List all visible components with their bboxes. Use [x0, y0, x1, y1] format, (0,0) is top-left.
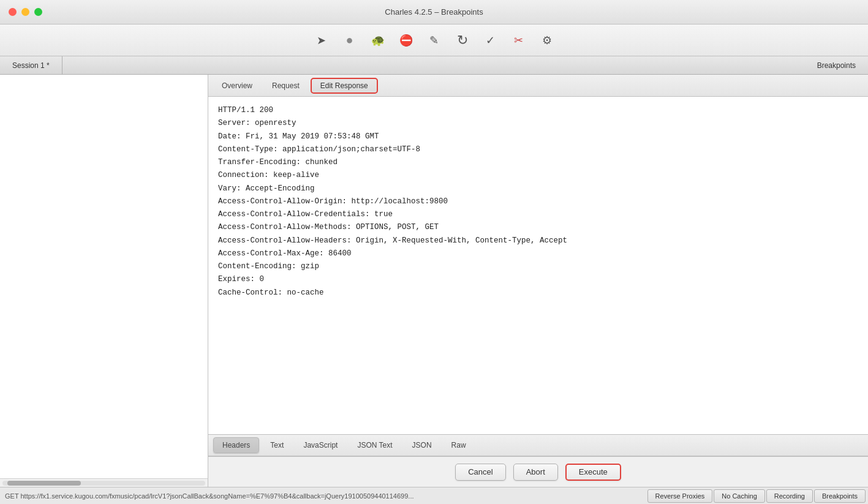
turtle-icon: 🐢: [371, 34, 385, 47]
close-button[interactable]: [9, 8, 17, 16]
header-line-3: Date: Fri, 31 May 2019 07:53:48 GMT: [218, 130, 858, 143]
tab-overview[interactable]: Overview: [213, 78, 261, 94]
bottom-tab-json-text[interactable]: JSON Text: [349, 437, 401, 453]
sidebar-content: [0, 75, 208, 478]
breakpoints-button[interactable]: Breakpoints: [814, 489, 866, 503]
bottom-tab-bar: Headers Text JavaScript JSON Text JSON R…: [208, 434, 868, 456]
app-title: Charles 4.2.5 – Breakpoints: [385, 7, 483, 17]
scrollbar-thumb: [7, 481, 81, 486]
header-line-2: Server: openresty: [218, 117, 858, 130]
status-bar: GET https://fx1.service.kugou.com/fxmusi…: [0, 487, 868, 504]
header-line-6: Connection: keep-alive: [218, 169, 858, 182]
top-tab-bar: Overview Request Edit Response: [208, 75, 868, 97]
bottom-tab-raw[interactable]: Raw: [443, 437, 475, 453]
arrow-icon: ➤: [317, 34, 326, 47]
breakpoint-tool-button[interactable]: ⛔: [393, 29, 419, 51]
tab-request[interactable]: Request: [263, 78, 308, 94]
scrollbar-track: [2, 481, 205, 486]
cancel-button[interactable]: Cancel: [455, 464, 505, 481]
arrow-tool-button[interactable]: ➤: [309, 29, 334, 51]
status-url: GET https://fx1.service.kugou.com/fxmusi…: [0, 492, 647, 500]
session-label: Session 1 *: [12, 61, 50, 70]
action-bar: Cancel Abort Execute: [208, 456, 868, 487]
header-line-15: Cache-Control: no-cache: [218, 287, 858, 299]
check-icon: ✓: [486, 34, 495, 47]
bottom-tab-javascript[interactable]: JavaScript: [295, 437, 346, 453]
bottom-tab-headers[interactable]: Headers: [213, 437, 259, 453]
bottom-tab-json[interactable]: JSON: [404, 437, 440, 453]
throttle-tool-button[interactable]: 🐢: [365, 29, 391, 51]
main-content: Overview Request Edit Response HTTP/1.1 …: [0, 75, 868, 487]
gear-icon: ⚙: [542, 34, 552, 47]
titlebar-controls: [9, 8, 42, 16]
tools-tool-button[interactable]: ✂: [506, 29, 532, 51]
abort-button[interactable]: Abort: [513, 464, 558, 481]
breakpoints-panel-label: Breakpoints: [805, 61, 868, 70]
right-panel: Overview Request Edit Response HTTP/1.1 …: [208, 75, 868, 487]
sidebar-scrollbar[interactable]: [0, 478, 208, 487]
minimize-button[interactable]: [21, 8, 29, 16]
header-line-4: Content-Type: application/json;charset=U…: [218, 143, 858, 156]
tools-icon: ✂: [514, 34, 523, 47]
header-line-7: Vary: Accept-Encoding: [218, 182, 858, 195]
sidebar: [0, 75, 208, 487]
pen-icon: ✎: [429, 34, 439, 47]
pen-tool-button[interactable]: ✎: [421, 29, 447, 51]
response-content: HTTP/1.1 200 Server: openresty Date: Fri…: [208, 97, 868, 434]
status-buttons: Reverse Proxies No Caching Recording Bre…: [647, 489, 868, 503]
no-caching-button[interactable]: No Caching: [714, 489, 764, 503]
header-line-12: Access-Control-Max-Age: 86400: [218, 247, 858, 260]
breakpoint-icon: ⛔: [399, 34, 413, 47]
bottom-tab-text[interactable]: Text: [262, 437, 292, 453]
gear-tool-button[interactable]: ⚙: [534, 29, 560, 51]
record-icon: ●: [345, 33, 353, 47]
record-tool-button[interactable]: ●: [337, 29, 363, 51]
execute-button[interactable]: Execute: [565, 464, 621, 481]
header-line-13: Content-Encoding: gzip: [218, 260, 858, 273]
header-line-8: Access-Control-Allow-Origin: http://loca…: [218, 195, 858, 208]
maximize-button[interactable]: [34, 8, 42, 16]
refresh-icon: ↻: [457, 32, 468, 48]
header-line-1: HTTP/1.1 200: [218, 104, 858, 117]
tab-edit-response[interactable]: Edit Response: [311, 78, 378, 94]
header-line-9: Access-Control-Allow-Credentials: true: [218, 208, 858, 221]
toolbar: ➤ ● 🐢 ⛔ ✎ ↻ ✓ ✂ ⚙: [0, 24, 868, 56]
header-line-5: Transfer-Encoding: chunked: [218, 156, 858, 169]
titlebar: Charles 4.2.5 – Breakpoints: [0, 0, 868, 24]
refresh-tool-button[interactable]: ↻: [450, 29, 475, 51]
header-line-10: Access-Control-Allow-Methods: OPTIONS, P…: [218, 221, 858, 234]
header-line-11: Access-Control-Allow-Headers: Origin, X-…: [218, 235, 858, 247]
recording-button[interactable]: Recording: [766, 489, 813, 503]
header-line-14: Expires: 0: [218, 273, 858, 286]
reverse-proxies-button[interactable]: Reverse Proxies: [647, 489, 713, 503]
session-tab[interactable]: Session 1 *: [0, 56, 62, 74]
session-header: Session 1 * Breakpoints: [0, 56, 868, 75]
check-tool-button[interactable]: ✓: [478, 29, 504, 51]
